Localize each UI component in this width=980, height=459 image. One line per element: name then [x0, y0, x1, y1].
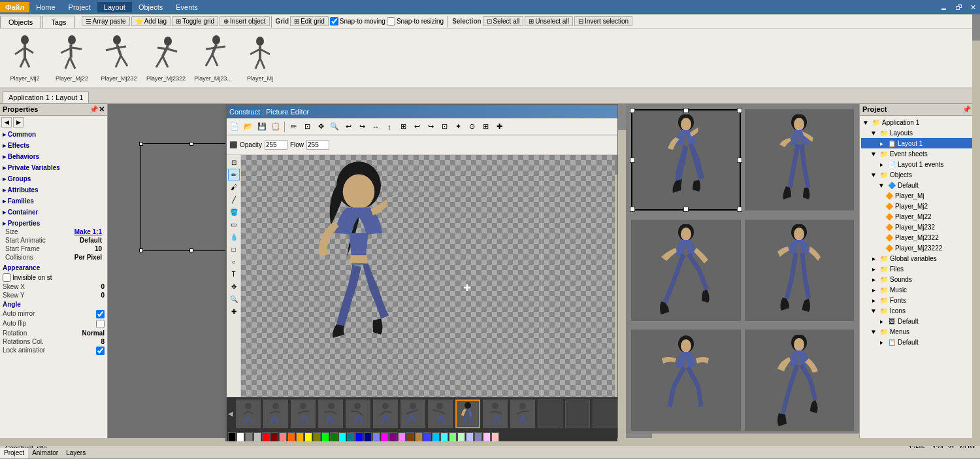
pe-pencil-btn[interactable]: ✏	[287, 120, 300, 133]
pe-rect-btn[interactable]: ⊡	[301, 120, 314, 133]
invert-selection-button[interactable]: ⊟ Invert selection	[574, 16, 632, 26]
pal-gray[interactable]	[245, 432, 253, 441]
sprite-preview-1[interactable]	[745, 109, 855, 211]
menu-layout[interactable]: Layout	[97, 2, 132, 12]
project-scrollbar-h[interactable]	[859, 438, 980, 441]
opacity-input[interactable]	[265, 140, 287, 150]
tool-line[interactable]: ╱	[228, 194, 240, 205]
add-tag-button[interactable]: ⭐ Add tag	[131, 16, 171, 26]
frame-9[interactable]	[483, 400, 508, 428]
tool-move[interactable]: ✥	[228, 280, 240, 292]
frame-11[interactable]	[538, 400, 563, 428]
object-item-4[interactable]: Player_Mj23...	[193, 35, 233, 82]
pal-black[interactable]	[228, 432, 236, 441]
handle-tm[interactable]	[189, 142, 193, 146]
tree-obj-playermj2322[interactable]: 🔶 Player_Mj2322	[861, 232, 979, 243]
pe-rotate-right-btn[interactable]: ↪	[355, 120, 368, 133]
common-header[interactable]: Common	[3, 130, 105, 139]
pe-select-btn[interactable]: ⊡	[438, 120, 451, 133]
angle-header[interactable]: Angle	[0, 299, 107, 309]
size-value[interactable]: Make 1:1	[74, 228, 102, 235]
tool-eraser[interactable]: ▭	[228, 218, 240, 230]
selected-sprite-frame[interactable]	[140, 143, 238, 251]
object-item-2[interactable]: Player_Mj232	[99, 35, 139, 82]
insert-object-button[interactable]: ⊕ Insert object	[220, 16, 269, 26]
pe-grid-btn[interactable]: ⊞	[479, 120, 492, 133]
pe-redo-btn[interactable]: ↪	[424, 120, 437, 133]
snap-resizing-check[interactable]: Snap-to resizing	[387, 17, 444, 26]
pal-cyan[interactable]	[338, 432, 346, 441]
private-vars-header[interactable]: Private Variables	[3, 163, 105, 172]
sprite-preview-5[interactable]	[745, 330, 855, 431]
pal-silver[interactable]	[253, 432, 261, 441]
handle-s0-ml[interactable]	[630, 158, 635, 163]
toggle-grid-button[interactable]: ⊞ Toggle grid	[172, 16, 218, 26]
tree-obj-playermj22[interactable]: 🔶 Player_Mj22	[861, 211, 979, 222]
frame-3[interactable]	[318, 400, 343, 428]
frame-4[interactable]	[346, 400, 370, 428]
pal-honeydew[interactable]	[457, 432, 465, 441]
sprite-preview-3[interactable]	[745, 220, 855, 321]
objects-tab[interactable]: Objects	[0, 16, 41, 28]
pal-brown[interactable]	[406, 432, 414, 441]
tree-menus-default[interactable]: ▸ 📋 Default	[861, 337, 979, 347]
behaviors-header[interactable]: Behaviors	[3, 152, 105, 161]
pal-teal[interactable]	[347, 432, 355, 441]
tree-obj-playermj232[interactable]: 🔶 Player_Mj232	[861, 222, 979, 232]
pe-origin-btn[interactable]: ✚	[493, 120, 506, 133]
pe-saveas-btn[interactable]: 📋	[269, 120, 282, 133]
frame-8[interactable]	[455, 400, 480, 428]
attributes-header[interactable]: Attributes	[3, 186, 105, 194]
frame-7[interactable]	[428, 400, 453, 428]
pe-lasso-btn[interactable]: ⊙	[465, 120, 478, 133]
tree-layout1[interactable]: ▸ 📋 Layout 1	[861, 138, 979, 148]
tool-brush[interactable]: 🖌	[228, 181, 240, 193]
frame-13[interactable]	[593, 400, 617, 428]
tree-objects[interactable]: ▼ 📁 Objects	[861, 169, 979, 180]
minimize-button[interactable]: 🗕	[936, 2, 951, 12]
frame-5[interactable]	[373, 400, 398, 428]
pal-mistyrose[interactable]	[491, 432, 499, 441]
pal-maroon[interactable]	[270, 432, 278, 441]
invisible-check-label[interactable]: Invisible on st	[3, 273, 52, 282]
handle-s0-bm[interactable]	[683, 207, 689, 212]
tree-layouts[interactable]: ▼ 📁 Layouts	[861, 128, 979, 138]
maximize-button[interactable]: 🗗	[951, 2, 966, 12]
invisible-checkbox[interactable]	[3, 273, 11, 282]
frame-1[interactable]	[263, 400, 288, 428]
pe-new-btn[interactable]: 📄	[228, 120, 241, 133]
sprite-preview-4[interactable]	[631, 330, 741, 431]
pe-zoom-in-btn[interactable]: 🔍	[328, 120, 341, 133]
lock-anim-checkbox[interactable]	[96, 347, 105, 355]
tool-crosshair[interactable]: ✚	[228, 305, 240, 317]
project-scrollbar-v[interactable]	[972, 104, 980, 441]
handle-s0-tr[interactable]	[737, 108, 742, 113]
pal-pink[interactable]	[279, 432, 287, 441]
pe-open-btn[interactable]: 📂	[242, 120, 255, 133]
auto-flip-checkbox[interactable]	[96, 320, 105, 328]
object-item-0[interactable]: Player_Mj2	[5, 35, 44, 82]
frame-10[interactable]	[510, 400, 535, 428]
pal-orange[interactable]	[287, 432, 295, 441]
pe-flip-v-btn[interactable]: ↕	[383, 120, 396, 133]
handle-bm[interactable]	[189, 248, 193, 252]
pal-cornblue[interactable]	[423, 432, 431, 441]
pe-rotate-left-btn[interactable]: ↩	[342, 120, 355, 133]
pe-save-btn[interactable]: 💾	[255, 120, 269, 133]
tool-fill[interactable]: 🪣	[228, 206, 240, 218]
pal-amber[interactable]	[296, 432, 304, 441]
tree-files[interactable]: ▸ 📁 Files	[861, 264, 979, 274]
tree-music[interactable]: ▸ 📁 Music	[861, 284, 979, 295]
frames-scroll-left[interactable]: ◀	[227, 398, 235, 430]
pal-skyblue[interactable]	[432, 432, 440, 441]
select-all-button[interactable]: ⊡ Select all	[483, 16, 524, 26]
canvas-scrollbar-v[interactable]	[615, 155, 617, 397]
tags-tab[interactable]: Tags	[42, 16, 74, 28]
effects-header[interactable]: Effects	[3, 141, 105, 150]
pal-thistle[interactable]	[483, 432, 491, 441]
auto-mirror-checkbox[interactable]	[96, 310, 105, 318]
pal-slateblue[interactable]	[474, 432, 482, 441]
handle-s0-mr[interactable]	[737, 158, 742, 163]
snap-moving-check[interactable]: Snap-to moving	[330, 17, 385, 26]
container-header[interactable]: Container	[3, 208, 105, 216]
